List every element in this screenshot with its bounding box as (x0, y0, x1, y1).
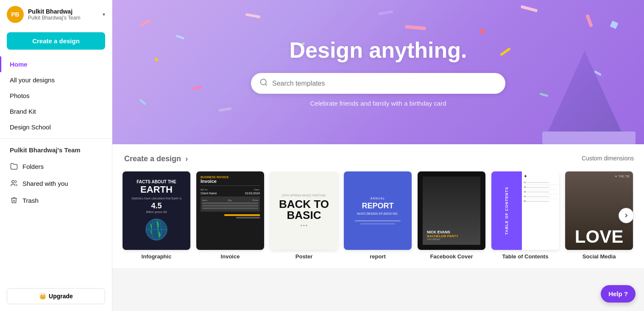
chevron-down-icon: ▾ (103, 11, 105, 17)
section-title: Create a design › (123, 153, 188, 164)
sidebar-item-shared[interactable]: Shared with you (0, 175, 112, 192)
svg-point-0 (12, 180, 14, 183)
sidebar-item-brand-kit[interactable]: Brand Kit (0, 104, 112, 119)
user-info: Pulkit Bhardwaj Pulkit Bhardwaj's Team (28, 8, 98, 21)
section-title-text: Create a design (124, 154, 181, 163)
user-team: Pulkit Bhardwaj's Team (28, 15, 98, 21)
main-content: Design anything. Celebrate friends and f… (112, 0, 644, 311)
card-label-social-media: Social Media (583, 253, 616, 260)
user-name: Pulkit Bhardwaj (28, 8, 98, 15)
upgrade-label: Upgrade (49, 293, 73, 300)
card-thumb-facebook-cover: NICK EVANS BACHELOR PARTY SATURDAY (418, 171, 485, 250)
crown-icon: 👑 (39, 293, 46, 300)
shared-label: Shared with you (22, 180, 68, 187)
hero-title: Design anything. (290, 37, 467, 63)
sidebar-item-home[interactable]: Home (0, 56, 112, 72)
upgrade-button[interactable]: 👑 Upgrade (7, 288, 105, 304)
create-design-button[interactable]: Create a design (7, 32, 105, 50)
design-card-toc[interactable]: TABLE OF CONTENTS ✦ 23 ─────────────── 3… (491, 171, 559, 260)
shared-icon (10, 179, 18, 188)
hero-banner: Design anything. Celebrate friends and f… (112, 0, 644, 144)
section-header: Create a design › Custom dimensions (123, 153, 634, 164)
hero-subtitle: Celebrate friends and family with a birt… (310, 100, 446, 107)
search-input[interactable] (272, 80, 497, 87)
card-label-infographic: Infographic (142, 253, 172, 260)
design-card-invoice[interactable]: BUSINESS INVOICE Invoice Bill To:Date: C… (196, 171, 264, 260)
sidebar-item-folders[interactable]: Folders (0, 158, 112, 175)
card-thumb-infographic: FACTS ABOUT THE EARTH Statistics have ca… (123, 171, 190, 250)
trash-label: Trash (22, 197, 39, 204)
section-arrow[interactable]: › (185, 154, 188, 163)
card-label-poster: Poster (296, 253, 312, 260)
confetti-decoration (112, 0, 644, 144)
card-label-facebook-cover: Facebook Cover (430, 253, 473, 260)
sidebar-item-team[interactable]: Pulkit Bhardwaj's Team (0, 142, 112, 158)
folder-icon (10, 162, 18, 171)
carousel-next-arrow[interactable] (619, 208, 634, 223)
design-cards-wrapper: FACTS ABOUT THE EARTH Statistics have ca… (123, 171, 634, 260)
card-label-invoice: Invoice (221, 253, 240, 260)
svg-line-2 (265, 84, 267, 86)
sidebar-item-all-designs[interactable]: All your designs (0, 72, 112, 88)
search-icon (259, 78, 268, 89)
design-card-report[interactable]: ANNUAL REPORT NUVO DESIGN STUDIOS INC. r… (344, 171, 412, 260)
design-cards-list: FACTS ABOUT THE EARTH Statistics have ca… (123, 171, 634, 260)
design-card-infographic[interactable]: FACTS ABOUT THE EARTH Statistics have ca… (123, 171, 190, 260)
help-label: Help ? (608, 290, 628, 297)
create-design-section: Create a design › Custom dimensions FACT… (112, 144, 644, 268)
search-bar[interactable] (251, 73, 505, 94)
sidebar-item-photos[interactable]: Photos (0, 88, 112, 104)
sidebar-item-design-school[interactable]: Design School (0, 119, 112, 135)
card-thumb-invoice: BUSINESS INVOICE Invoice Bill To:Date: C… (196, 171, 264, 250)
svg-point-1 (261, 79, 266, 85)
folders-label: Folders (22, 163, 44, 170)
card-label-report: report (370, 253, 386, 260)
main-nav: Home All your designs Photos Brand Kit D… (0, 56, 112, 135)
sidebar: PB Pulkit Bhardwaj Pulkit Bhardwaj's Tea… (0, 0, 112, 311)
card-thumb-toc: TABLE OF CONTENTS ✦ 23 ─────────────── 3… (491, 171, 559, 250)
trash-icon (10, 196, 18, 205)
divider (0, 138, 112, 139)
custom-dimensions-link[interactable]: Custom dimensions (582, 155, 634, 162)
design-card-facebook-cover[interactable]: NICK EVANS BACHELOR PARTY SATURDAY Faceb… (418, 171, 485, 260)
user-profile[interactable]: PB Pulkit Bhardwaj Pulkit Bhardwaj's Tea… (0, 0, 112, 29)
card-label-toc: Table of Contents (502, 253, 549, 260)
sidebar-item-trash[interactable]: Trash (0, 192, 112, 209)
design-card-poster[interactable]: 20TH SPRING MUSIC FESTIVAL BACK TO BASIC… (270, 171, 338, 260)
card-thumb-poster: 20TH SPRING MUSIC FESTIVAL BACK TO BASIC… (270, 171, 338, 250)
avatar: PB (7, 6, 24, 23)
card-thumb-report: ANNUAL REPORT NUVO DESIGN STUDIOS INC. (344, 171, 412, 250)
help-button[interactable]: Help ? (601, 285, 636, 303)
